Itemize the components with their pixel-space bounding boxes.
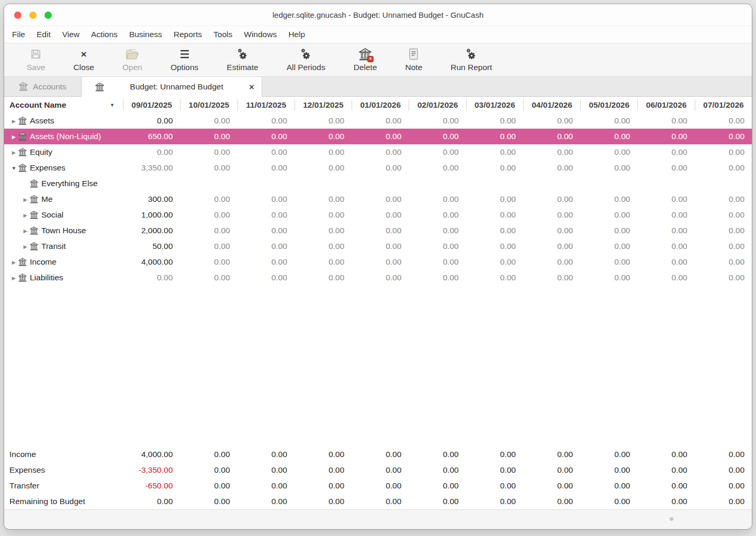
expand-triangle-icon[interactable]: ▶: [9, 118, 18, 124]
budget-amount-cell[interactable]: 0.00: [695, 257, 752, 267]
tab-close-icon[interactable]: ×: [249, 83, 254, 92]
budget-amount-cell[interactable]: 0.00: [409, 147, 466, 157]
budget-amount-cell[interactable]: 0.00: [409, 132, 466, 141]
budget-amount-cell[interactable]: 0.00: [523, 226, 580, 235]
budget-amount-cell[interactable]: 0.00: [409, 163, 466, 173]
budget-amount-cell[interactable]: 0.00: [238, 116, 295, 126]
budget-amount-cell[interactable]: 0.00: [295, 147, 352, 157]
budget-amount-cell[interactable]: 0.00: [580, 210, 637, 220]
account-row-expenses[interactable]: ▼Expenses3,350.000.000.000.000.000.000.0…: [4, 160, 752, 176]
budget-amount-cell[interactable]: 0.00: [123, 147, 180, 157]
budget-amount-cell[interactable]: 0.00: [238, 210, 295, 220]
open-button[interactable]: Open: [108, 47, 156, 72]
budget-amount-cell[interactable]: 0.00: [409, 242, 466, 251]
budget-amount-cell[interactable]: 0.00: [637, 210, 694, 220]
budget-amount-cell[interactable]: 0.00: [466, 195, 523, 204]
budget-amount-cell[interactable]: 0.00: [466, 210, 523, 220]
budget-amount-cell[interactable]: 0.00: [637, 195, 694, 204]
budget-amount-cell[interactable]: 0.00: [180, 132, 237, 141]
budget-amount-cell[interactable]: 0.00: [352, 257, 409, 267]
budget-amount-cell[interactable]: 0.00: [523, 195, 580, 204]
budget-amount-cell[interactable]: 0.00: [295, 163, 352, 173]
budget-amount-cell[interactable]: 0.00: [580, 163, 637, 173]
budget-amount-cell[interactable]: 0.00: [523, 210, 580, 220]
budget-amount-cell[interactable]: 0.00: [352, 147, 409, 157]
save-button[interactable]: Save: [13, 47, 59, 72]
budget-amount-cell[interactable]: 0.00: [695, 226, 752, 235]
budget-amount-cell[interactable]: 0.00: [352, 273, 409, 282]
tab-budget-unnamed-budget[interactable]: Budget: Unnamed Budget×: [82, 77, 262, 97]
budget-amount-cell[interactable]: 0.00: [637, 116, 694, 126]
budget-amount-cell[interactable]: 0.00: [295, 210, 352, 220]
budget-amount-cell[interactable]: 0.00: [352, 195, 409, 204]
budget-amount-cell[interactable]: 0.00: [695, 195, 752, 204]
menu-reports[interactable]: Reports: [168, 28, 208, 41]
budget-amount-cell[interactable]: 0.00: [523, 147, 580, 157]
budget-amount-cell[interactable]: 0.00: [523, 116, 580, 126]
options-button[interactable]: Options: [156, 47, 212, 72]
budget-amount-cell[interactable]: 50.00: [123, 242, 180, 251]
budget-amount-cell[interactable]: 0.00: [523, 242, 580, 251]
account-row-income[interactable]: ▶Income4,000.000.000.000.000.000.000.000…: [4, 254, 752, 270]
expand-triangle-icon[interactable]: ▶: [21, 197, 30, 202]
account-name-header[interactable]: Account Name ▼: [4, 97, 123, 113]
budget-amount-cell[interactable]: 0.00: [580, 273, 637, 282]
budget-amount-cell[interactable]: 0.00: [695, 242, 752, 251]
estimate-button[interactable]: Estimate: [212, 47, 272, 72]
budget-amount-cell[interactable]: 0.00: [409, 257, 466, 267]
menu-help[interactable]: Help: [283, 28, 311, 41]
budget-amount-cell[interactable]: 0.00: [409, 226, 466, 235]
budget-amount-cell[interactable]: 0.00: [466, 273, 523, 282]
expand-triangle-icon[interactable]: ▶: [9, 275, 18, 281]
budget-amount-cell[interactable]: 0.00: [352, 163, 409, 173]
account-row-me[interactable]: ▶Me300.000.000.000.000.000.000.000.000.0…: [4, 191, 752, 207]
budget-amount-cell[interactable]: 0.00: [466, 242, 523, 251]
menu-file[interactable]: File: [6, 28, 31, 41]
expand-triangle-icon[interactable]: ▶: [21, 228, 30, 234]
budget-amount-cell[interactable]: 0.00: [238, 163, 295, 173]
budget-amount-cell[interactable]: 0.00: [580, 242, 637, 251]
budget-amount-cell[interactable]: 0.00: [580, 147, 637, 157]
budget-amount-cell[interactable]: 0.00: [637, 132, 694, 141]
expand-triangle-icon[interactable]: ▶: [9, 259, 18, 265]
collapse-triangle-icon[interactable]: ▼: [9, 165, 18, 171]
expand-triangle-icon[interactable]: ▶: [21, 244, 30, 249]
budget-amount-cell[interactable]: 0.00: [238, 257, 295, 267]
menu-edit[interactable]: Edit: [31, 28, 57, 41]
budget-amount-cell[interactable]: 0.00: [409, 195, 466, 204]
expand-triangle-icon[interactable]: ▶: [9, 150, 18, 155]
budget-amount-cell[interactable]: 0.00: [352, 242, 409, 251]
account-row-transit[interactable]: ▶Transit50.000.000.000.000.000.000.000.0…: [4, 238, 752, 254]
budget-amount-cell[interactable]: 0.00: [637, 257, 694, 267]
budget-amount-cell[interactable]: 0.00: [295, 195, 352, 204]
budget-amount-cell[interactable]: 0.00: [695, 273, 752, 282]
budget-amount-cell[interactable]: 0.00: [580, 116, 637, 126]
budget-amount-cell[interactable]: 3,350.00: [123, 163, 180, 173]
budget-amount-cell[interactable]: 0.00: [295, 257, 352, 267]
budget-amount-cell[interactable]: 0.00: [238, 273, 295, 282]
budget-amount-cell[interactable]: 0.00: [637, 242, 694, 251]
budget-amount-cell[interactable]: 0.00: [238, 147, 295, 157]
budget-amount-cell[interactable]: 0.00: [466, 226, 523, 235]
budget-amount-cell[interactable]: 0.00: [523, 132, 580, 141]
budget-amount-cell[interactable]: 0.00: [580, 195, 637, 204]
budget-amount-cell[interactable]: 0.00: [352, 226, 409, 235]
menu-tools[interactable]: Tools: [208, 28, 238, 41]
budget-amount-cell[interactable]: 0.00: [637, 273, 694, 282]
account-row-everything-else[interactable]: Everything Else: [4, 176, 752, 191]
budget-amount-cell[interactable]: 0.00: [238, 195, 295, 204]
budget-amount-cell[interactable]: 0.00: [409, 273, 466, 282]
account-row-assets[interactable]: ▶Assets0.000.000.000.000.000.000.000.000…: [4, 113, 752, 129]
menu-actions[interactable]: Actions: [85, 28, 123, 41]
expand-triangle-icon[interactable]: ▶: [9, 134, 18, 140]
budget-amount-cell[interactable]: 0.00: [295, 116, 352, 126]
all-periods-button[interactable]: All Periods: [273, 47, 340, 72]
budget-amount-cell[interactable]: 0.00: [180, 116, 237, 126]
budget-amount-cell[interactable]: 300.00: [123, 195, 180, 204]
budget-amount-cell[interactable]: 0.00: [695, 210, 752, 220]
menu-view[interactable]: View: [57, 28, 85, 41]
budget-amount-cell[interactable]: 0.00: [695, 132, 752, 141]
account-row-town-house[interactable]: ▶Town House2,000.000.000.000.000.000.000…: [4, 223, 752, 238]
budget-amount-cell[interactable]: 0.00: [352, 132, 409, 141]
budget-amount-cell[interactable]: 0.00: [352, 210, 409, 220]
